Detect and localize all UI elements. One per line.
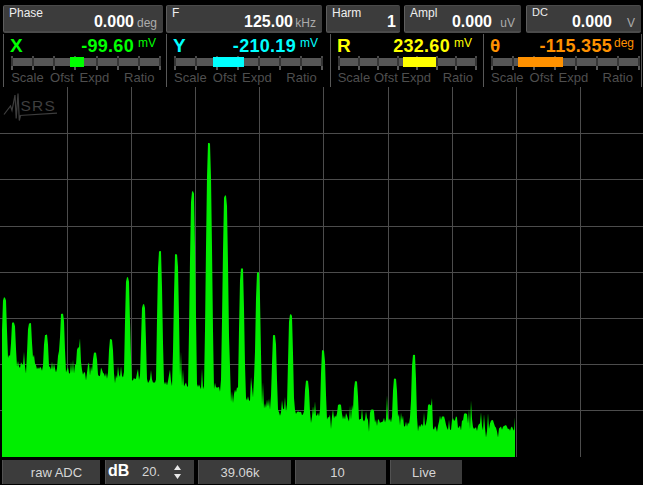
svg-text:SRS: SRS bbox=[21, 97, 56, 114]
